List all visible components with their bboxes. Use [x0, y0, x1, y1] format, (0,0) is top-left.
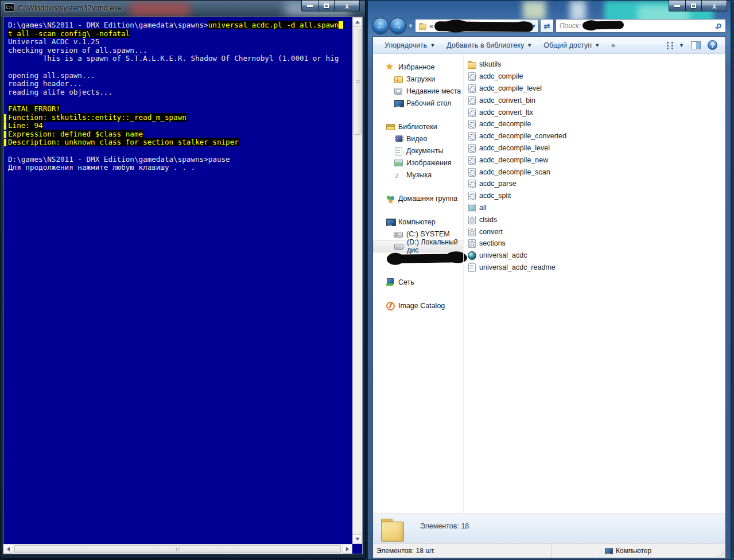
- batch-icon: [467, 155, 476, 165]
- file-row[interactable]: acdc_convert_ltx: [466, 106, 581, 118]
- scroll-up-button[interactable]: [352, 17, 362, 27]
- star-icon: [386, 63, 395, 72]
- back-button[interactable]: ←: [372, 18, 389, 34]
- cmd-line: Для продолжения нажмите любую клавишу . …: [8, 164, 352, 172]
- scroll-down-button[interactable]: [352, 534, 362, 544]
- horizontal-scroll-thumb[interactable]: [14, 545, 341, 553]
- sidebar-item-network[interactable]: Сеть: [373, 276, 464, 288]
- file-row[interactable]: acdc_compile_level: [466, 83, 581, 95]
- recent-pages-dropdown-icon[interactable]: ▼: [408, 23, 413, 29]
- file-name: acdc_compile_level: [479, 84, 542, 92]
- desktop: C:\ C:\Windows\system32\cmd.exe x D:\gam…: [0, 0, 734, 560]
- highlight-edge: [4, 131, 6, 138]
- address-dropdown-icon[interactable]: ▼: [531, 23, 537, 29]
- sidebar-item-desktop[interactable]: Рабочий стол: [373, 97, 464, 109]
- sidebar-item-documents[interactable]: Документы: [373, 145, 464, 157]
- sidebar-item-drive[interactable]: (D:) Локальный дис: [373, 240, 464, 252]
- refresh-button[interactable]: ⇄: [540, 19, 554, 33]
- glass-blur-decoration: [523, 1, 546, 20]
- file-row[interactable]: acdc_decompile_new: [466, 154, 581, 166]
- spawnfile-icon: [467, 203, 476, 212]
- file-row[interactable]: stkutils: [466, 59, 581, 71]
- sidebar-item-libraries[interactable]: Библиотеки: [373, 120, 464, 133]
- cmd-vertical-scrollbar[interactable]: [352, 17, 362, 544]
- file-row[interactable]: all: [466, 202, 581, 214]
- maximize-button[interactable]: [685, 1, 702, 11]
- cmd-cursor: [339, 21, 343, 29]
- file-row[interactable]: acdc_decompile_converted: [466, 130, 581, 142]
- back-arrow-icon: ←: [376, 22, 385, 30]
- libraries-icon: [386, 122, 395, 131]
- scroll-left-button[interactable]: [3, 544, 13, 554]
- textfile-icon: [467, 263, 476, 272]
- cmd-line: D:\games\NS2011 - DMX Edition\gamedata\s…: [8, 21, 352, 30]
- help-button[interactable]: ?: [708, 40, 717, 50]
- cmd-client-area: D:\games\NS2011 - DMX Edition\gamedata\s…: [3, 17, 363, 554]
- minimize-button[interactable]: [301, 1, 319, 11]
- sidebar-item-label: Избранное: [398, 63, 434, 71]
- file-row[interactable]: acdc_decompile_scan: [466, 166, 581, 178]
- video-icon: [394, 134, 403, 143]
- cmd-line: t all -scan config\ -nofatal: [8, 30, 352, 38]
- address-bar[interactable]: « ▼: [415, 19, 539, 33]
- share-menu[interactable]: Общий доступ▼: [538, 39, 605, 52]
- file-row[interactable]: clsids: [466, 213, 581, 225]
- pane-resize-divider[interactable]: [463, 54, 464, 514]
- status-separator: [552, 544, 600, 558]
- batch-icon: [467, 143, 476, 153]
- file-row[interactable]: acdc_parse: [466, 178, 581, 190]
- maximize-button[interactable]: [318, 1, 335, 11]
- cmd-line: Line: 94: [8, 122, 352, 130]
- file-row[interactable]: acdc_decompile_level: [466, 142, 581, 154]
- redaction-scribble: [389, 254, 465, 263]
- file-row[interactable]: convert: [466, 225, 581, 238]
- close-button[interactable]: x: [334, 1, 360, 11]
- sidebar-item-label: Музыка: [406, 171, 432, 179]
- add-to-library-menu[interactable]: Добавить в библиотеку▼: [441, 39, 538, 52]
- redaction-scribble: [582, 21, 624, 29]
- explorer-window: x ← → ▼ « ▼ ⇄ Поиск: Упорядочить▼ Добави…: [367, 0, 731, 560]
- cmd-line: reading header...: [8, 80, 352, 88]
- sidebar-item-imgcat[interactable]: Image Catalog: [373, 300, 464, 312]
- views-dropdown-icon[interactable]: ▼: [679, 42, 684, 48]
- window-resize-grip[interactable]: [719, 551, 724, 557]
- status-item-count: Элементов: 18 шт.: [373, 544, 552, 558]
- cmd-line: checking version of all.spawn...: [8, 46, 352, 55]
- sidebar-item-computer[interactable]: Компьютер: [373, 216, 464, 228]
- sidebar-item-star[interactable]: Избранное: [373, 61, 464, 73]
- search-input[interactable]: Поиск:: [556, 19, 726, 33]
- batch-icon: [467, 72, 476, 81]
- arrow-down-icon: [355, 538, 360, 540]
- minimize-button[interactable]: [669, 1, 686, 11]
- item-count-text: Элементов: 18: [420, 522, 469, 530]
- preview-pane-button[interactable]: [691, 41, 701, 49]
- batch-icon: [467, 179, 476, 188]
- file-row[interactable]: acdc_compile: [466, 71, 581, 83]
- file-row[interactable]: acdc_decompile: [466, 118, 581, 130]
- highlight-edge: [4, 122, 6, 130]
- file-row[interactable]: universal_acdc: [466, 250, 581, 262]
- sidebar-item-recent[interactable]: Недавние места: [373, 85, 464, 97]
- sidebar-item-video[interactable]: Видео: [373, 133, 464, 145]
- file-row[interactable]: universal_acdc_readme: [466, 262, 581, 274]
- file-row[interactable]: acdc_split: [466, 190, 581, 202]
- cmd-titlebar[interactable]: C:\ C:\Windows\system32\cmd.exe x: [1, 1, 365, 17]
- scroll-right-button[interactable]: [343, 544, 352, 554]
- change-view-button[interactable]: [666, 41, 675, 49]
- cmd-horizontal-scrollbar[interactable]: [3, 544, 352, 554]
- sidebar-item-homegroup[interactable]: Домашняя группа: [373, 192, 464, 204]
- toolbar-overflow-button[interactable]: »: [605, 39, 621, 52]
- batch-icon: [467, 108, 476, 117]
- sidebar-item-redacted[interactable]: [373, 252, 464, 265]
- folder-icon: [418, 22, 426, 30]
- file-row[interactable]: acdc_convert_bin: [466, 94, 581, 106]
- sidebar-item-pictures[interactable]: Изображения: [373, 157, 464, 169]
- sidebar-item-music[interactable]: Музыка: [373, 169, 464, 181]
- sidebar-item-downloads[interactable]: Загрузки: [373, 73, 464, 85]
- close-button[interactable]: x: [701, 1, 727, 11]
- organize-menu[interactable]: Упорядочить▼: [379, 39, 441, 52]
- vertical-scroll-thumb[interactable]: [354, 29, 362, 135]
- search-placeholder: Поиск:: [560, 22, 581, 30]
- forward-button[interactable]: →: [390, 18, 406, 34]
- file-row[interactable]: sections: [466, 238, 581, 250]
